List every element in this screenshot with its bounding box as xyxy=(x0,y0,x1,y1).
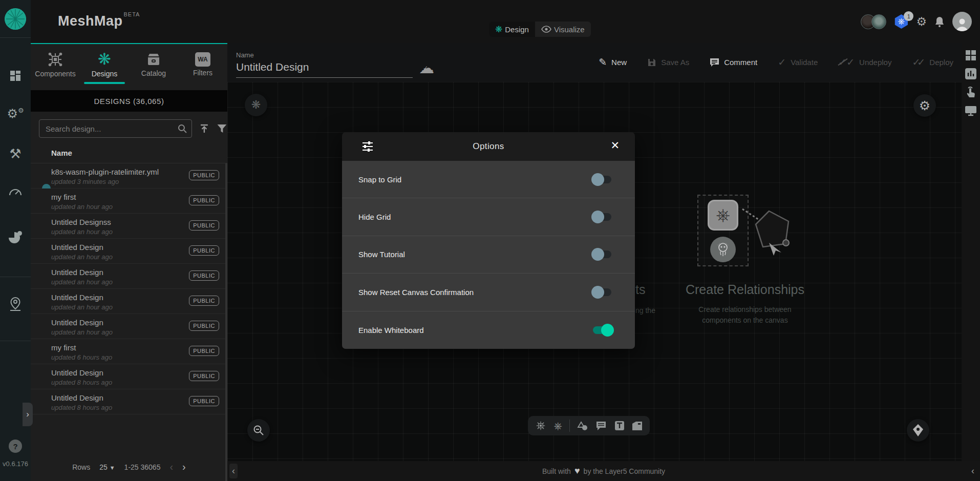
tab-design[interactable]: ❋ Design xyxy=(489,22,535,37)
design-updated: updated an hour ago xyxy=(51,303,113,311)
shapes-icon[interactable] xyxy=(577,420,588,431)
notifications-bell-icon[interactable] xyxy=(934,16,945,28)
whiteboard-pen-button[interactable] xyxy=(907,419,929,442)
design-updated: updated an hour ago xyxy=(51,253,113,261)
undeploy-button[interactable]: ✓✓ Undeploy xyxy=(838,57,891,67)
sidebar-item-dashboard[interactable] xyxy=(0,65,31,87)
location-pin-icon xyxy=(9,297,22,312)
component-chip-icon[interactable] xyxy=(535,420,546,431)
option-label: Show Tutorial xyxy=(358,250,405,259)
empty-state-text: Create relationships between xyxy=(679,305,811,313)
design-name: Untitled Design xyxy=(51,393,103,402)
text-tool-icon[interactable] xyxy=(614,421,625,431)
option-label: Enable Whiteboard xyxy=(358,326,424,334)
panel-scrollbar[interactable] xyxy=(225,163,227,481)
sidebar-item-lifecycle[interactable]: ⚙⚙ xyxy=(0,102,31,125)
design-list-item[interactable]: Untitled Design updated 8 hours ago PUBL… xyxy=(31,389,225,414)
design-list-item[interactable]: Untitled Designss updated an hour ago PU… xyxy=(31,214,225,239)
design-owner-avatar xyxy=(42,184,51,189)
tab-components[interactable]: Components xyxy=(31,44,80,85)
collapse-right-chevron[interactable]: ‹ xyxy=(969,464,977,478)
prev-page-button[interactable]: ‹ xyxy=(169,461,173,473)
design-name-input[interactable] xyxy=(236,59,413,78)
search-input[interactable] xyxy=(39,120,191,137)
sidebar-item-performance[interactable] xyxy=(0,180,31,203)
upload-icon[interactable] xyxy=(199,123,209,134)
panel-tabs: Components ❋ Designs Catalog WA Filters xyxy=(31,43,227,85)
bottom-bar: ‹ Built with ♥ by the Layer5 Community ‹ xyxy=(227,461,980,481)
design-name: my first xyxy=(51,193,76,201)
quick-settings-button[interactable]: ❋ xyxy=(245,94,267,116)
deploy-button[interactable]: ✓✓ Deploy xyxy=(912,57,953,67)
design-list-item[interactable]: k8s-wasm-plugin-ratelimiter.yml updated … xyxy=(31,163,225,189)
zoom-button[interactable] xyxy=(247,419,270,442)
settings-gear-icon[interactable]: ⚙ xyxy=(916,16,927,28)
design-list-item[interactable]: Untitled Design updated an hour ago PUBL… xyxy=(31,264,225,289)
footer-text: by the Layer5 Community xyxy=(584,467,666,475)
design-list-item[interactable]: my first updated an hour ago PUBLIC xyxy=(31,189,225,214)
tab-catalog[interactable]: Catalog xyxy=(129,44,178,85)
kubernetes-context-button[interactable]: ⎈ 1 xyxy=(894,14,908,29)
canvas-dock: ⎈ xyxy=(528,416,650,435)
sidebar-item-configuration[interactable]: ⚒ xyxy=(0,142,31,165)
section-title: DESIGNS (36,065) xyxy=(31,90,227,112)
design-list-item[interactable]: Untitled Design updated an hour ago PUBL… xyxy=(31,314,225,339)
canvas-settings-button[interactable]: ⚙ xyxy=(913,94,936,117)
next-page-button[interactable]: › xyxy=(182,461,186,473)
visibility-badge: PUBLIC xyxy=(189,245,219,256)
visibility-badge: PUBLIC xyxy=(189,321,219,331)
tab-filters[interactable]: WA Filters xyxy=(178,44,227,85)
views-grid-button[interactable] xyxy=(962,46,980,65)
right-rail xyxy=(962,43,980,461)
sidebar-item-meshmap[interactable] xyxy=(0,293,31,316)
new-button[interactable]: ✎New xyxy=(599,57,627,67)
toggle-switch[interactable] xyxy=(593,326,611,334)
toggle-switch[interactable] xyxy=(593,250,611,258)
design-list-item[interactable]: my first updated 6 hours ago PUBLIC xyxy=(31,339,225,364)
designs-panel: Components ❋ Designs Catalog WA Filters … xyxy=(31,43,227,481)
design-name: k8s-wasm-plugin-ratelimiter.yml xyxy=(51,168,159,176)
toggle-switch[interactable] xyxy=(593,213,611,221)
comment-bubble-icon xyxy=(710,58,719,67)
media-tool-icon[interactable] xyxy=(632,421,643,431)
design-list-item[interactable]: Untitled Design updated 8 hours ago PUBL… xyxy=(31,364,225,389)
option-row: Hide Grid xyxy=(342,198,635,236)
tab-visualize[interactable]: Visualize xyxy=(535,22,591,37)
collapse-left-chevron[interactable]: ‹ xyxy=(229,464,238,478)
metrics-button[interactable] xyxy=(962,65,980,83)
extensions-icon xyxy=(9,231,22,244)
toggle-switch[interactable] xyxy=(593,288,611,296)
gear-icon: ⚙ xyxy=(919,98,930,113)
comment-tool-icon[interactable] xyxy=(595,421,607,431)
validate-button[interactable]: ✓Validate xyxy=(778,57,818,67)
filter-funnel-icon[interactable] xyxy=(217,123,227,134)
design-name: Untitled Design xyxy=(51,268,103,277)
interaction-button[interactable] xyxy=(962,83,980,101)
save-floppy-icon xyxy=(647,58,656,67)
tab-designs[interactable]: ❋ Designs xyxy=(80,44,129,85)
design-list-item[interactable]: Untitled Design updated an hour ago PUBL… xyxy=(31,239,225,264)
comment-button[interactable]: Comment xyxy=(710,58,757,67)
toggle-switch[interactable] xyxy=(593,176,611,183)
search-box xyxy=(39,119,192,138)
touch-hand-icon xyxy=(965,86,976,98)
display-button[interactable] xyxy=(962,101,980,120)
collaborator-avatars xyxy=(861,14,886,29)
footer-text: Built with xyxy=(542,467,571,475)
meshery-logo[interactable] xyxy=(5,8,26,30)
user-avatar[interactable] xyxy=(871,14,886,29)
design-list-item[interactable]: Untitled Design updated an hour ago PUBL… xyxy=(31,289,225,314)
rows-per-page-select[interactable]: 25 ▼ xyxy=(99,463,115,471)
kubernetes-icon[interactable]: ⎈ xyxy=(554,421,562,431)
toggle-knob xyxy=(591,248,604,261)
save-as-button[interactable]: Save As xyxy=(647,58,689,67)
sidebar-item-extensions[interactable] xyxy=(0,226,31,249)
visibility-badge: PUBLIC xyxy=(189,195,219,205)
help-button[interactable]: ? xyxy=(9,440,22,453)
snowflake-gear-icon: ❋ xyxy=(251,98,261,112)
design-updated: updated an hour ago xyxy=(51,278,113,286)
close-icon[interactable]: ✕ xyxy=(610,139,620,152)
profile-avatar[interactable] xyxy=(952,12,972,31)
tune-sliders-icon xyxy=(361,141,374,152)
expand-drawer-handle[interactable]: › xyxy=(23,403,33,426)
